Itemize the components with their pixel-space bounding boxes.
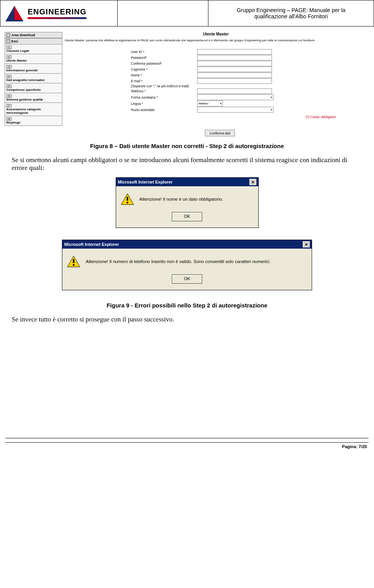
select-forma[interactable]: ▾ bbox=[197, 94, 273, 100]
input-password[interactable] bbox=[197, 55, 272, 60]
input-email[interactable] bbox=[197, 78, 272, 84]
alert-message: Attenzione! Il numero di telefono inseri… bbox=[86, 259, 270, 264]
alert-telefono-non-valido: Microsoft Internet Explorer ✕ Attenzione… bbox=[62, 240, 312, 290]
sidebar-step-02[interactable]: 02Utente Master bbox=[5, 54, 62, 64]
input-nome[interactable] bbox=[197, 72, 272, 78]
doc-title-line2: qualificazione all'Albo Fornitori bbox=[212, 13, 370, 19]
warning-icon bbox=[121, 193, 134, 205]
sidebar-step-08[interactable]: 08Riepilogo bbox=[5, 116, 62, 126]
svg-rect-4 bbox=[73, 264, 74, 266]
label-email: E-mail * bbox=[65, 79, 197, 83]
screenshot-step2-form: Area download Esci 01Clausole Legali02Ut… bbox=[3, 30, 371, 138]
engineering-logo: ENGINEERING bbox=[4, 4, 113, 22]
input-cognome[interactable] bbox=[197, 67, 272, 72]
chevron-down-icon: ▾ bbox=[271, 108, 272, 111]
alert-message: Attenzione! Il nome è un dato obbligator… bbox=[139, 197, 223, 201]
form-title: Utente Master bbox=[65, 32, 367, 36]
paragraph-1: Se si omettono alcuni campi obbligatori … bbox=[12, 156, 362, 172]
alert-nome-obbligatorio: Microsoft Internet Explorer ✕ Attenzione… bbox=[116, 177, 259, 228]
sidebar-step-05[interactable]: 05Competenze specifiche bbox=[5, 83, 62, 93]
close-icon[interactable]: ✕ bbox=[303, 241, 310, 247]
doc-title-line1: Gruppo Engineering – PAGE: Manuale per l… bbox=[212, 7, 370, 13]
paragraph-2: Se invece tutto è corretto si prosegue c… bbox=[12, 316, 362, 323]
label-lingua: Lingua * bbox=[65, 102, 197, 106]
svg-rect-3 bbox=[73, 259, 74, 263]
sidebar: Area download Esci 01Clausole Legali02Ut… bbox=[5, 32, 62, 136]
sidebar-esci[interactable]: Esci bbox=[5, 38, 62, 44]
label-forma: Forma societaria * bbox=[65, 95, 197, 99]
svg-rect-1 bbox=[127, 197, 128, 201]
sidebar-step-04[interactable]: 04Dati anagrafici informativi bbox=[5, 74, 62, 83]
sidebar-step-07[interactable]: 07Associazione categorie merceologiche bbox=[5, 103, 62, 116]
figure8-caption: Figura 8 – Dati utente Master non corret… bbox=[0, 143, 374, 149]
alert-title: Microsoft Internet Explorer bbox=[118, 180, 173, 184]
page-number: Pagina: 7/20 bbox=[0, 443, 374, 450]
label-nome: Nome * bbox=[65, 73, 197, 77]
chevron-down-icon: ▾ bbox=[271, 96, 272, 99]
sidebar-step-01[interactable]: 01Clausole Legali bbox=[5, 44, 62, 54]
input-conferma-password[interactable] bbox=[197, 61, 272, 66]
label-ruolo: Ruolo aziendale bbox=[65, 108, 197, 112]
ok-button[interactable]: OK bbox=[172, 274, 202, 284]
label-conferma-password: Conferma password* bbox=[65, 62, 197, 65]
alert-title: Microsoft Internet Explorer bbox=[64, 242, 119, 247]
select-ruolo[interactable]: ▾ bbox=[197, 107, 273, 113]
label-cognome: Cognome * bbox=[65, 67, 197, 71]
svg-rect-0 bbox=[6, 20, 23, 21]
sidebar-step-03[interactable]: 03Informazioni generali bbox=[5, 64, 62, 74]
input-telefono[interactable] bbox=[197, 88, 272, 94]
label-password: Password* bbox=[65, 56, 197, 60]
footer-rule bbox=[5, 438, 369, 443]
conferma-dati-button[interactable]: Conferma dati bbox=[205, 130, 235, 136]
close-icon[interactable]: ✕ bbox=[249, 179, 256, 185]
sidebar-area-download[interactable]: Area download bbox=[5, 32, 62, 38]
svg-rect-2 bbox=[127, 202, 128, 203]
doc-header: ENGINEERING Gruppo Engineering – PAGE: M… bbox=[0, 0, 374, 26]
label-telefono: Telefono * bbox=[65, 89, 197, 93]
logo-text: ENGINEERING bbox=[28, 7, 86, 16]
input-userid[interactable] bbox=[197, 49, 272, 55]
ok-button[interactable]: OK bbox=[172, 212, 202, 221]
sidebar-step-06[interactable]: 06Sistema gestione qualità bbox=[5, 93, 62, 103]
logo-icon bbox=[4, 4, 25, 22]
label-userid: User ID * bbox=[65, 50, 197, 54]
form-desc: Utente Master: persona che effettua la r… bbox=[65, 39, 367, 42]
required-note: (*) Campi obbligatori bbox=[65, 115, 367, 119]
warning-icon bbox=[67, 256, 80, 267]
figure9-caption: Figura 9 - Errori possibili nello Step 2… bbox=[0, 302, 374, 309]
select-lingua[interactable]: Italiano▾ bbox=[197, 101, 223, 106]
label-email-hint: (Separare con ";" se più indirizzi e-mai… bbox=[65, 84, 197, 88]
chevron-down-icon: ▾ bbox=[220, 102, 222, 105]
